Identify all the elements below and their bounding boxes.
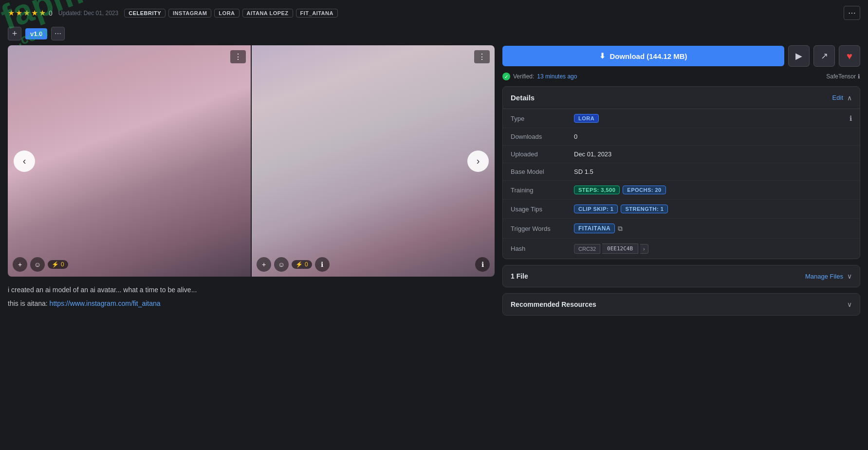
- version-dropdown-button[interactable]: ⋯: [51, 27, 65, 40]
- tag-lora[interactable]: LORA: [214, 9, 239, 18]
- image-right-info-btn[interactable]: ℹ: [315, 257, 330, 272]
- carousel-prev-button[interactable]: ‹: [14, 150, 35, 172]
- lightning-icon-right: ⚡: [295, 261, 303, 268]
- safetensor-info-icon: ℹ: [858, 73, 860, 80]
- play-button[interactable]: ▶: [788, 45, 810, 67]
- details-value-training: STEPS: 3,500 EPOCHS: 20: [574, 186, 666, 194]
- heart-icon: ♥: [847, 51, 852, 62]
- hash-container: CRC32 0EE12C4B ›: [574, 244, 648, 254]
- share-button[interactable]: ↗: [813, 45, 835, 67]
- details-title: Details: [511, 94, 535, 102]
- right-panel: ⬇ Download (144.12 MB) ▶ ↗ ♥ ✓ Verified:: [502, 45, 860, 316]
- details-label-downloads: Downloads: [511, 133, 574, 140]
- add-version-button[interactable]: +: [8, 27, 21, 40]
- description-line2: this is aitana: https://www.instagram.co…: [8, 298, 495, 309]
- details-label-triggerwords: Trigger Words: [511, 225, 574, 232]
- base-model-value: SD 1.5: [574, 168, 593, 175]
- star-2: ★: [16, 8, 22, 18]
- tag-celebrity[interactable]: CELEBRITY: [124, 9, 166, 18]
- hash-value: 0EE12C4B: [602, 244, 638, 254]
- details-label-hash: Hash: [511, 245, 574, 252]
- boost-count-right: 0: [305, 261, 308, 268]
- recommended-card: Recommended Resources ∨: [502, 293, 860, 316]
- image-right-boost: ⚡ 0: [292, 260, 312, 269]
- details-header: Details Edit ∧: [503, 87, 860, 109]
- hash-arrow-btn[interactable]: ›: [640, 244, 648, 254]
- instagram-link[interactable]: https://www.instagram.com/fit_aitana: [50, 300, 161, 307]
- tags-container: CELEBRITY INSTAGRAM LORA AITANA LOPEZ FI…: [124, 9, 338, 18]
- description-line2-prefix: this is aitana:: [8, 300, 50, 307]
- copy-trigger-icon[interactable]: ⧉: [618, 225, 623, 233]
- carousel-next-button[interactable]: ›: [467, 150, 489, 172]
- image-right-bottom-overlay: + ☺ ⚡ 0 ℹ: [257, 257, 330, 272]
- recommended-chevron-icon: ∨: [847, 300, 852, 308]
- verified-text: Verified:: [513, 73, 534, 80]
- verified-time-link[interactable]: 13 minutes ago: [537, 73, 577, 80]
- trigger-word-value: FITAITANA: [574, 224, 615, 233]
- type-info-icon[interactable]: ℹ: [850, 114, 852, 122]
- details-row-training: Training STEPS: 3,500 EPOCHS: 20: [503, 181, 860, 200]
- image-left-add-btn[interactable]: +: [13, 257, 27, 272]
- carousel-image-left: ⋮ + ☺ ⚡ 0: [8, 45, 252, 277]
- image-left-bottom-overlay: + ☺ ⚡ 0: [13, 257, 68, 272]
- details-label-training: Training: [511, 187, 574, 194]
- verified-row: ✓ Verified: 13 minutes ago SafeTensor ℹ: [502, 73, 860, 80]
- downloads-count: 0: [574, 133, 577, 140]
- details-header-right: Edit ∧: [832, 94, 852, 102]
- details-value-uploaded: Dec 01, 2023: [574, 150, 611, 158]
- download-button[interactable]: ⬇ Download (144.12 MB): [502, 46, 784, 66]
- image-left-more-btn[interactable]: ⋮: [230, 50, 246, 63]
- details-chevron-icon: ∧: [847, 94, 852, 102]
- image-left-emoji-btn[interactable]: ☺: [30, 257, 45, 272]
- image-carousel: ⋮ + ☺ ⚡ 0 ⋮: [8, 45, 495, 277]
- details-value-basemodel: SD 1.5: [574, 168, 593, 175]
- details-row-type: Type LORA ℹ: [503, 109, 860, 128]
- page-wrapper: ★ ★ ★ ★ ★ 0 Updated: Dec 01, 2023 CELEBR…: [0, 0, 868, 323]
- description-section: i created an ai model of an ai avatar...…: [8, 282, 495, 314]
- files-title: 1 File: [511, 272, 528, 280]
- files-header: 1 File Manage Files ∨: [503, 265, 860, 287]
- carousel-image-right: ⋮ + ☺ ⚡ 0 ℹ ℹ: [252, 45, 495, 277]
- download-label: Download (144.12 MB): [609, 52, 687, 60]
- page-options-button[interactable]: ⋯: [844, 6, 860, 20]
- play-icon: ▶: [795, 51, 802, 61]
- main-content: ⋮ + ☺ ⚡ 0 ⋮: [8, 45, 860, 316]
- image-right-more-btn[interactable]: ⋮: [474, 50, 490, 63]
- edit-link[interactable]: Edit: [832, 94, 843, 101]
- description-line1: i created an ai model of an ai avatar...…: [8, 284, 495, 295]
- tag-aitana-lopez[interactable]: AITANA LOPEZ: [242, 9, 293, 18]
- tag-instagram[interactable]: INSTAGRAM: [168, 9, 211, 18]
- action-row: ⬇ Download (144.12 MB) ▶ ↗ ♥: [502, 45, 860, 67]
- rating-stars: ★ ★ ★ ★ ★ 0: [8, 8, 53, 18]
- details-value-usagetips: CLIP SKIP: 1 STRENGTH: 1: [574, 205, 668, 213]
- top-bar-right: ⋯: [844, 6, 860, 20]
- image-right-info-corner[interactable]: ℹ: [475, 257, 490, 272]
- gallery-section: ⋮ + ☺ ⚡ 0 ⋮: [8, 45, 495, 316]
- star-3: ★: [23, 8, 30, 18]
- details-label-basemodel: Base Model: [511, 168, 574, 175]
- lightning-icon-left: ⚡: [52, 261, 59, 268]
- download-icon: ⬇: [599, 52, 606, 60]
- details-value-type: LORA: [574, 114, 599, 123]
- manage-files-link[interactable]: Manage Files: [805, 273, 843, 280]
- tag-fit-aitana[interactable]: FIT_AITANA: [296, 9, 338, 18]
- star-1: ★: [8, 8, 15, 18]
- details-row-basemodel: Base Model SD 1.5: [503, 163, 860, 181]
- recommended-header[interactable]: Recommended Resources ∨: [503, 294, 860, 315]
- lora-badge: LORA: [574, 114, 599, 123]
- uploaded-date: Dec 01, 2023: [574, 150, 611, 158]
- image-right-add-btn[interactable]: +: [257, 257, 271, 272]
- details-row-downloads: Downloads 0: [503, 128, 860, 146]
- top-bar-left: ★ ★ ★ ★ ★ 0 Updated: Dec 01, 2023 CELEBR…: [8, 8, 338, 18]
- details-value-downloads: 0: [574, 133, 577, 140]
- image-right-emoji-btn[interactable]: ☺: [274, 257, 289, 272]
- safetensor-label: SafeTensor: [826, 73, 856, 80]
- updated-text: Updated: Dec 01, 2023: [58, 10, 118, 17]
- files-card: 1 File Manage Files ∨: [502, 265, 860, 287]
- boost-count-left: 0: [61, 261, 64, 268]
- details-row-triggerwords: Trigger Words FITAITANA ⧉: [503, 219, 860, 239]
- favorite-button[interactable]: ♥: [839, 45, 860, 67]
- details-row-usagetips: Usage Tips CLIP SKIP: 1 STRENGTH: 1: [503, 200, 860, 219]
- version-bar: + v1.0 ⋯: [8, 27, 860, 40]
- details-row-hash: Hash CRC32 0EE12C4B ›: [503, 239, 860, 259]
